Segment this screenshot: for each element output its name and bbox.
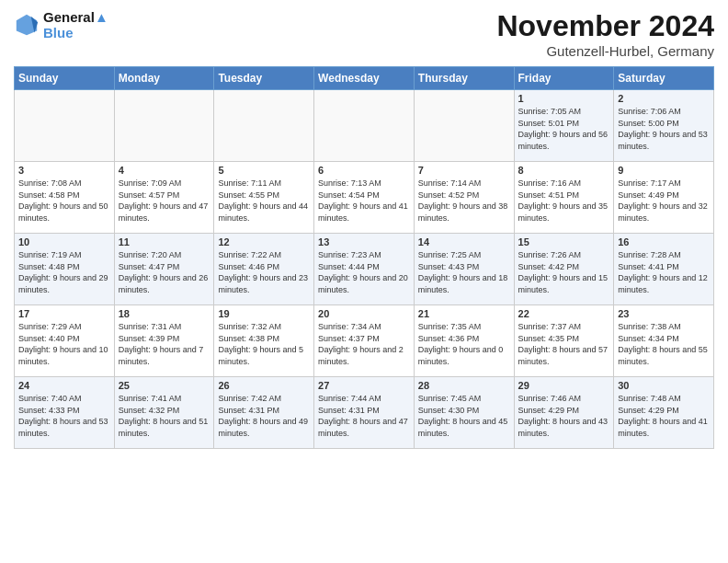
calendar-cell: 15Sunrise: 7:26 AMSunset: 4:42 PMDayligh… (514, 234, 614, 305)
calendar-cell: 8Sunrise: 7:16 AMSunset: 4:51 PMDaylight… (514, 162, 614, 234)
day-info: Sunrise: 7:26 AMSunset: 4:42 PMDaylight:… (518, 249, 610, 295)
calendar-cell: 3Sunrise: 7:08 AMSunset: 4:58 PMDaylight… (15, 162, 115, 234)
day-number: 8 (518, 165, 610, 176)
calendar-cell: 4Sunrise: 7:09 AMSunset: 4:57 PMDaylight… (114, 162, 214, 234)
header: General▲ Blue November 2024 Gutenzell-Hu… (14, 9, 714, 59)
day-info: Sunrise: 7:32 AMSunset: 4:38 PMDaylight:… (218, 321, 310, 367)
logo: General▲ Blue (14, 9, 108, 40)
day-number: 26 (218, 380, 310, 391)
day-info: Sunrise: 7:41 AMSunset: 4:32 PMDaylight:… (119, 393, 210, 439)
day-number: 22 (518, 308, 610, 319)
day-number: 4 (119, 165, 210, 176)
subtitle: Gutenzell-Hurbel, Germany (496, 43, 714, 59)
col-sunday: Sunday (15, 67, 115, 90)
calendar-cell: 2Sunrise: 7:06 AMSunset: 5:00 PMDaylight… (614, 90, 714, 162)
calendar-cell: 27Sunrise: 7:44 AMSunset: 4:31 PMDayligh… (314, 377, 415, 449)
calendar-cell: 7Sunrise: 7:14 AMSunset: 4:52 PMDaylight… (414, 162, 514, 234)
calendar-cell: 29Sunrise: 7:46 AMSunset: 4:29 PMDayligh… (514, 377, 614, 449)
day-info: Sunrise: 7:11 AMSunset: 4:55 PMDaylight:… (218, 178, 310, 224)
day-info: Sunrise: 7:19 AMSunset: 4:48 PMDaylight:… (18, 249, 110, 295)
day-info: Sunrise: 7:17 AMSunset: 4:49 PMDaylight:… (618, 178, 710, 224)
day-number: 13 (318, 236, 410, 247)
calendar-cell: 11Sunrise: 7:20 AMSunset: 4:47 PMDayligh… (114, 234, 214, 305)
calendar-cell: 9Sunrise: 7:17 AMSunset: 4:49 PMDaylight… (614, 162, 714, 234)
day-number: 28 (418, 380, 510, 391)
calendar-cell: 25Sunrise: 7:41 AMSunset: 4:32 PMDayligh… (114, 377, 214, 449)
col-friday: Friday (514, 67, 614, 90)
day-info: Sunrise: 7:14 AMSunset: 4:52 PMDaylight:… (418, 178, 510, 224)
day-info: Sunrise: 7:09 AMSunset: 4:57 PMDaylight:… (119, 178, 210, 224)
day-info: Sunrise: 7:29 AMSunset: 4:40 PMDaylight:… (18, 321, 110, 367)
day-info: Sunrise: 7:44 AMSunset: 4:31 PMDaylight:… (318, 393, 410, 439)
day-number: 19 (218, 308, 310, 319)
day-number: 24 (18, 380, 110, 391)
day-number: 30 (618, 380, 710, 391)
calendar-cell (114, 90, 214, 162)
day-info: Sunrise: 7:22 AMSunset: 4:46 PMDaylight:… (218, 249, 310, 295)
calendar-cell (214, 90, 314, 162)
day-number: 23 (618, 308, 710, 319)
day-number: 21 (418, 308, 510, 319)
day-number: 3 (18, 165, 110, 176)
calendar-cell: 22Sunrise: 7:37 AMSunset: 4:35 PMDayligh… (514, 305, 614, 377)
day-info: Sunrise: 7:45 AMSunset: 4:30 PMDaylight:… (418, 393, 510, 439)
calendar-cell (414, 90, 514, 162)
day-info: Sunrise: 7:06 AMSunset: 5:00 PMDaylight:… (618, 106, 710, 152)
calendar-week-2: 3Sunrise: 7:08 AMSunset: 4:58 PMDaylight… (15, 162, 714, 234)
day-number: 17 (18, 308, 110, 319)
day-number: 25 (119, 380, 210, 391)
col-saturday: Saturday (614, 67, 714, 90)
calendar-cell: 16Sunrise: 7:28 AMSunset: 4:41 PMDayligh… (614, 234, 714, 305)
day-info: Sunrise: 7:48 AMSunset: 4:29 PMDaylight:… (618, 393, 710, 439)
calendar-week-4: 17Sunrise: 7:29 AMSunset: 4:40 PMDayligh… (15, 305, 714, 377)
day-info: Sunrise: 7:05 AMSunset: 5:01 PMDaylight:… (518, 106, 610, 152)
calendar-cell: 21Sunrise: 7:35 AMSunset: 4:36 PMDayligh… (414, 305, 514, 377)
calendar-cell (314, 90, 415, 162)
day-number: 6 (318, 165, 410, 176)
day-number: 12 (218, 236, 310, 247)
col-wednesday: Wednesday (314, 67, 415, 90)
calendar-cell: 24Sunrise: 7:40 AMSunset: 4:33 PMDayligh… (15, 377, 115, 449)
day-number: 7 (418, 165, 510, 176)
calendar-cell: 18Sunrise: 7:31 AMSunset: 4:39 PMDayligh… (114, 305, 214, 377)
day-info: Sunrise: 7:08 AMSunset: 4:58 PMDaylight:… (18, 178, 110, 224)
calendar-cell: 14Sunrise: 7:25 AMSunset: 4:43 PMDayligh… (414, 234, 514, 305)
calendar-cell: 26Sunrise: 7:42 AMSunset: 4:31 PMDayligh… (214, 377, 314, 449)
day-number: 11 (119, 236, 210, 247)
day-number: 1 (518, 93, 610, 104)
calendar-cell: 13Sunrise: 7:23 AMSunset: 4:44 PMDayligh… (314, 234, 415, 305)
day-info: Sunrise: 7:16 AMSunset: 4:51 PMDaylight:… (518, 178, 610, 224)
col-monday: Monday (114, 67, 214, 90)
calendar-cell: 20Sunrise: 7:34 AMSunset: 4:37 PMDayligh… (314, 305, 415, 377)
header-row: Sunday Monday Tuesday Wednesday Thursday… (15, 67, 714, 90)
day-info: Sunrise: 7:42 AMSunset: 4:31 PMDaylight:… (218, 393, 310, 439)
calendar-cell: 12Sunrise: 7:22 AMSunset: 4:46 PMDayligh… (214, 234, 314, 305)
day-info: Sunrise: 7:13 AMSunset: 4:54 PMDaylight:… (318, 178, 410, 224)
day-info: Sunrise: 7:40 AMSunset: 4:33 PMDaylight:… (18, 393, 110, 439)
day-number: 9 (618, 165, 710, 176)
day-number: 2 (618, 93, 710, 104)
day-info: Sunrise: 7:20 AMSunset: 4:47 PMDaylight:… (119, 249, 210, 295)
calendar-week-1: 1Sunrise: 7:05 AMSunset: 5:01 PMDaylight… (15, 90, 714, 162)
day-number: 14 (418, 236, 510, 247)
calendar-cell (15, 90, 115, 162)
day-info: Sunrise: 7:37 AMSunset: 4:35 PMDaylight:… (518, 321, 610, 367)
calendar-week-5: 24Sunrise: 7:40 AMSunset: 4:33 PMDayligh… (15, 377, 714, 449)
calendar-cell: 10Sunrise: 7:19 AMSunset: 4:48 PMDayligh… (15, 234, 115, 305)
calendar-week-3: 10Sunrise: 7:19 AMSunset: 4:48 PMDayligh… (15, 234, 714, 305)
title-block: November 2024 Gutenzell-Hurbel, Germany (496, 9, 714, 59)
day-number: 27 (318, 380, 410, 391)
day-info: Sunrise: 7:23 AMSunset: 4:44 PMDaylight:… (318, 249, 410, 295)
main-title: November 2024 (496, 9, 714, 43)
calendar-cell: 5Sunrise: 7:11 AMSunset: 4:55 PMDaylight… (214, 162, 314, 234)
calendar-cell: 1Sunrise: 7:05 AMSunset: 5:01 PMDaylight… (514, 90, 614, 162)
day-number: 15 (518, 236, 610, 247)
day-info: Sunrise: 7:38 AMSunset: 4:34 PMDaylight:… (618, 321, 710, 367)
day-number: 20 (318, 308, 410, 319)
calendar-cell: 28Sunrise: 7:45 AMSunset: 4:30 PMDayligh… (414, 377, 514, 449)
day-info: Sunrise: 7:34 AMSunset: 4:37 PMDaylight:… (318, 321, 410, 367)
calendar-table: Sunday Monday Tuesday Wednesday Thursday… (14, 66, 714, 449)
logo-text: General▲ Blue (43, 9, 108, 40)
logo-icon (14, 12, 40, 38)
day-number: 18 (119, 308, 210, 319)
